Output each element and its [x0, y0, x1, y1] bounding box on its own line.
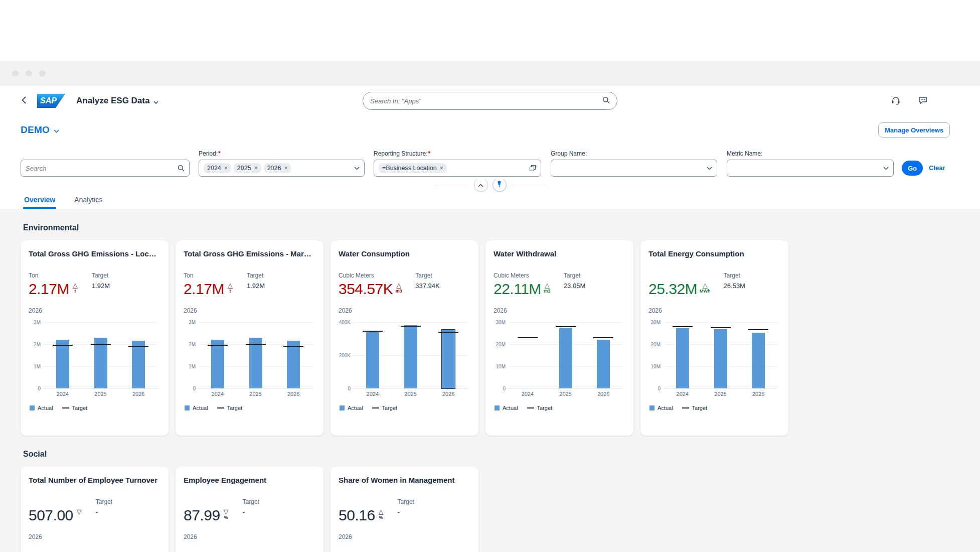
- chart-bar[interactable]: [559, 328, 572, 388]
- back-button[interactable]: [15, 92, 32, 109]
- kpi-card[interactable]: Total Energy Consumption25.32M△MWhTarget…: [640, 240, 788, 436]
- legend-actual: Actual: [185, 405, 208, 411]
- section-title: Environmental: [21, 209, 962, 232]
- chart-bar[interactable]: [94, 338, 107, 388]
- metric-name-field[interactable]: [727, 160, 894, 177]
- kpi-target: Target26.53M: [724, 272, 745, 297]
- card-title: Employee Engagement: [184, 476, 315, 484]
- kpi-card[interactable]: Share of Women in Management50.16△%Targe…: [331, 467, 478, 552]
- filter-token[interactable]: 2024×: [204, 163, 231, 173]
- group-name-field[interactable]: [551, 160, 717, 177]
- kpi-card[interactable]: Water WithdrawalCubic Meters22.11M△m3Tar…: [485, 240, 633, 436]
- x-axis-label: 2026: [429, 391, 467, 397]
- value-unit-label: m3: [396, 289, 402, 294]
- kpi-card[interactable]: Total Gross GHG Emissions - Locati...Ton…: [21, 240, 169, 436]
- card-unit-label: Cubic Meters: [494, 272, 551, 280]
- kpi-target: Target-: [96, 498, 112, 523]
- chart-bar[interactable]: [442, 330, 455, 388]
- filter-token[interactable]: 2025×: [234, 163, 261, 173]
- card-row: Total Number of Employee Turnover507.00▽…: [21, 467, 962, 552]
- tab-overview[interactable]: Overview: [23, 191, 56, 209]
- kpi-card[interactable]: Total Number of Employee Turnover507.00▽…: [21, 467, 169, 552]
- search-icon[interactable]: [602, 96, 610, 106]
- kpi-value: 22.11M: [494, 281, 541, 297]
- chevron-down-icon[interactable]: [707, 167, 712, 170]
- x-axis-label: 2025: [702, 391, 740, 397]
- tab-analytics[interactable]: Analytics: [73, 191, 103, 209]
- trend-indicator: △MWh: [700, 283, 711, 294]
- search-field[interactable]: [21, 160, 190, 177]
- x-axis-label: 2026: [739, 391, 777, 397]
- chart-bar[interactable]: [714, 329, 727, 388]
- assistant-button[interactable]: [914, 92, 931, 109]
- chart-gridline: [199, 322, 312, 323]
- value-unit-label: t: [74, 289, 76, 294]
- target-value: -: [96, 508, 112, 516]
- chart-bar[interactable]: [56, 340, 69, 388]
- chart-legend: ActualTarget: [340, 405, 470, 411]
- kpi-main: 50.16△%: [339, 498, 385, 523]
- clear-button[interactable]: Clear: [929, 164, 945, 172]
- chart-target-line: [91, 344, 111, 345]
- copy-icon[interactable]: [529, 165, 536, 172]
- chart-bar[interactable]: [597, 340, 610, 388]
- chart-bar[interactable]: [249, 338, 262, 388]
- chart-bar[interactable]: [132, 341, 145, 388]
- legend-target: Target: [217, 405, 243, 411]
- kpi-card[interactable]: Employee Engagement87.99▽%Target-2026: [176, 467, 323, 552]
- chart-target-line: [438, 332, 458, 333]
- token-remove-icon[interactable]: ×: [284, 166, 287, 171]
- filter-group-name-label: Group Name:: [551, 150, 717, 158]
- chevron-down-icon[interactable]: [883, 167, 889, 170]
- pin-icon: [496, 180, 503, 189]
- manage-overviews-button[interactable]: Manage Overviews: [878, 122, 950, 137]
- kpi-card[interactable]: Total Gross GHG Emissions - Market...Ton…: [176, 240, 323, 436]
- sap-logo[interactable]: SAP: [37, 94, 65, 108]
- content: EnvironmentalTotal Gross GHG Emissions -…: [0, 209, 980, 552]
- card-title: Share of Women in Management: [339, 476, 470, 484]
- filter-collapse-bar: [0, 179, 980, 190]
- chart-target-line: [556, 326, 576, 327]
- reporting-structure-field[interactable]: =Business Location×: [374, 160, 541, 177]
- legend-target: Target: [527, 405, 553, 411]
- kpi-card[interactable]: Water ConsumptionCubic Meters354.57K△m3T…: [331, 240, 478, 436]
- chart-bar[interactable]: [752, 333, 765, 388]
- chart-bar[interactable]: [366, 332, 379, 388]
- pin-filters-button[interactable]: [493, 178, 507, 192]
- card-year: 2026: [494, 307, 625, 314]
- token-remove-icon[interactable]: ×: [440, 166, 443, 171]
- chart-legend: ActualTarget: [649, 405, 780, 411]
- overview-selector[interactable]: DEMO: [21, 124, 59, 135]
- shell-search-input[interactable]: [370, 97, 602, 105]
- token-remove-icon[interactable]: ×: [254, 166, 258, 171]
- collapse-filters-button[interactable]: [474, 178, 488, 192]
- shell-search[interactable]: [363, 92, 617, 110]
- filter-group-name: Group Name:: [551, 150, 717, 177]
- x-axis-label: 2025: [547, 391, 585, 397]
- app-title-menu[interactable]: Analyze ESG Data: [76, 95, 158, 106]
- chart-target-line: [711, 327, 731, 328]
- token-remove-icon[interactable]: ×: [224, 166, 228, 171]
- reporting-structure-tokens: =Business Location×: [379, 163, 447, 173]
- user-avatar[interactable]: NW: [941, 93, 957, 109]
- card-year: 2026: [184, 307, 315, 314]
- trend-up-icon: △: [703, 283, 708, 289]
- target-label: Target: [243, 498, 259, 506]
- support-button[interactable]: [887, 92, 904, 109]
- shell-actions: NW: [887, 92, 957, 109]
- chevron-down-icon[interactable]: [354, 167, 360, 170]
- kpi-target: Target-: [243, 498, 259, 523]
- filter-reporting-structure: Reporting Structure:* =Business Location…: [374, 150, 541, 177]
- trend-up-icon: △: [545, 283, 550, 289]
- period-field[interactable]: 2024×2025×2026×: [199, 160, 365, 177]
- chart-bar[interactable]: [287, 341, 300, 388]
- chart-bar[interactable]: [211, 340, 224, 388]
- chart-bar[interactable]: [404, 325, 417, 388]
- search-icon[interactable]: [178, 165, 185, 172]
- search-input[interactable]: [26, 165, 175, 172]
- filter-token[interactable]: 2026×: [264, 163, 291, 173]
- x-axis-labels: 202420252026: [199, 391, 312, 397]
- go-button[interactable]: Go: [902, 161, 923, 176]
- chart-bar[interactable]: [676, 328, 689, 388]
- filter-token[interactable]: =Business Location×: [379, 163, 447, 173]
